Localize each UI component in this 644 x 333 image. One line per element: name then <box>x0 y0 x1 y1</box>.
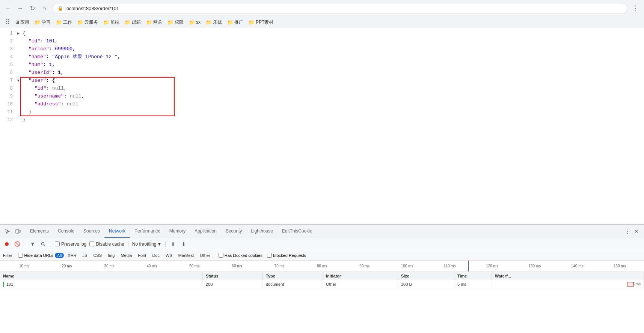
filter-chip-doc[interactable]: Doc <box>150 253 162 258</box>
tab-editthiscookie[interactable]: EditThisCookie <box>278 225 317 238</box>
filter-chip-img[interactable]: Img <box>106 253 117 258</box>
import-har-button[interactable]: ⬆ <box>169 240 177 248</box>
forward-button[interactable]: → <box>15 3 26 14</box>
has-blocked-cookies-checkbox[interactable]: Has blocked cookies <box>219 253 262 258</box>
tick-70ms: 70 ms <box>258 264 301 268</box>
bookmark-frontend[interactable]: 📁 前端 <box>101 18 122 26</box>
clear-button[interactable]: 🚫 <box>14 240 21 248</box>
bookmark-promotion[interactable]: 📁 推广 <box>225 18 246 26</box>
th-waterfall[interactable]: Waterf... <box>492 272 644 280</box>
th-time[interactable]: Time <box>454 272 492 280</box>
filter-button[interactable] <box>29 240 36 248</box>
tick-150ms: 150 ms <box>599 264 641 268</box>
tick-120ms: 120 ms <box>471 264 513 268</box>
filter-chip-js[interactable]: JS <box>80 253 90 258</box>
td-type: document <box>263 280 323 288</box>
filter-chip-ws[interactable]: WS <box>163 253 175 258</box>
tab-lighthouse[interactable]: Lighthouse <box>246 225 278 238</box>
address-bar[interactable]: 🔒 localhost:8088/order/101 <box>53 3 627 14</box>
filter-chip-media[interactable]: Media <box>118 253 134 258</box>
apps-icon[interactable]: ⠿ <box>3 17 12 27</box>
filter-chip-font[interactable]: Font <box>136 253 148 258</box>
more-tabs-btn[interactable]: ⋮ <box>623 227 632 236</box>
tab-console[interactable]: Console <box>53 225 79 238</box>
bookmark-ppt[interactable]: 📁 PPT素材 <box>246 18 276 26</box>
bookmark-work-label: 工作 <box>63 19 72 26</box>
search-button[interactable] <box>39 240 47 248</box>
collapse-arrow[interactable]: ▼ <box>17 77 21 85</box>
json-price: "price": 699900, <box>29 45 75 53</box>
tab-application[interactable]: Application <box>190 225 221 238</box>
bookmark-email[interactable]: 📁 邮箱 <box>122 18 143 26</box>
th-name[interactable]: Name <box>0 272 203 280</box>
line-num: 8 <box>2 85 13 92</box>
filter-chip-xhr[interactable]: XHR <box>65 253 78 258</box>
json-user-id: "id": null, <box>35 85 67 92</box>
filter-chip-css[interactable]: CSS <box>91 253 104 258</box>
th-size[interactable]: Size <box>398 272 454 280</box>
bookmark-apps-label: 应用 <box>20 19 29 26</box>
preserve-log-checkbox[interactable]: Preserve log <box>55 242 86 247</box>
bookmark-apps[interactable]: ⊞ 应用 <box>13 18 32 26</box>
disable-cache-checkbox[interactable]: Disable cache <box>89 242 124 247</box>
separator <box>25 241 25 247</box>
closing-brace: } <box>29 108 32 116</box>
timeline-bar: 10 ms 20 ms 30 ms 40 ms 50 ms 60 ms 70 m… <box>0 261 644 272</box>
cursor-icon-btn[interactable] <box>3 227 12 236</box>
json-line-1: 1 ▶ { <box>0 30 644 38</box>
tab-security[interactable]: Security <box>221 225 246 238</box>
bookmark-permissions-label: 权限 <box>175 19 184 26</box>
lock-icon: 🔒 <box>57 6 63 11</box>
throttle-select[interactable]: No throttling ▼ <box>132 242 162 247</box>
th-status[interactable]: Status <box>203 272 263 280</box>
filter-chip-other[interactable]: Other <box>198 253 213 258</box>
blocked-requests-checkbox[interactable]: Blocked Requests <box>267 253 306 258</box>
tick-80ms: 80 ms <box>301 264 343 268</box>
bookmark-cloud[interactable]: 📁 云服务 <box>75 18 100 26</box>
bookmark-gateway[interactable]: 📁 网关 <box>144 18 164 26</box>
bookmark-sx[interactable]: 📁 sx <box>187 19 203 26</box>
device-icon-btn[interactable] <box>14 227 23 236</box>
filter-bar: Filter Hide data URLs All XHR JS CSS Img… <box>0 250 644 261</box>
json-user-address: "address": null <box>35 100 78 108</box>
filter-chip-manifest[interactable]: Manifest <box>176 253 196 258</box>
line-num: 4 <box>2 53 13 61</box>
hide-data-urls-checkbox[interactable]: Hide data URLs <box>18 253 53 258</box>
th-type[interactable]: Type <box>263 272 323 280</box>
json-content: 1 ▶ { 2 "id": 101, 3 "price": 699900, 4 … <box>0 28 644 224</box>
tab-network[interactable]: Network <box>104 225 130 238</box>
json-user-username: "username": null, <box>35 93 84 100</box>
table-row[interactable]: 101 200 document Other 300 B 5 ms 5 ms <box>0 280 644 288</box>
filter-chip-all[interactable]: All <box>55 253 64 258</box>
record-button[interactable] <box>3 240 11 248</box>
bookmark-study[interactable]: 📁 学习 <box>32 18 53 26</box>
no-arrow <box>17 117 21 124</box>
tab-memory[interactable]: Memory <box>165 225 190 238</box>
td-size: 300 B <box>398 280 454 288</box>
reload-button[interactable]: ↻ <box>27 3 38 14</box>
td-waterfall: 5 ms <box>492 280 644 288</box>
home-button[interactable]: ⌂ <box>39 3 50 14</box>
tab-performance[interactable]: Performance <box>130 225 165 238</box>
svg-point-2 <box>5 242 9 246</box>
expand-arrow[interactable]: ▶ <box>17 30 21 38</box>
waterfall-cell: 5 ms <box>495 282 641 287</box>
back-button[interactable]: ← <box>3 3 14 14</box>
tab-sources[interactable]: Sources <box>79 225 104 238</box>
extensions-button[interactable]: ⋮ <box>630 3 641 14</box>
browser-toolbar: ← → ↻ ⌂ 🔒 localhost:8088/order/101 ⋮ <box>0 0 644 16</box>
line-num: 1 <box>2 30 13 37</box>
json-name: "name": "Apple 苹果 iPhone 12 ", <box>29 53 120 61</box>
tick-10ms: 10 ms <box>3 264 45 268</box>
svg-point-3 <box>42 242 44 245</box>
th-initiator[interactable]: Initiator <box>323 272 398 280</box>
export-har-button[interactable]: ⬇ <box>180 240 187 248</box>
json-line-6: 6 "userId": 1, <box>0 69 644 77</box>
tab-elements[interactable]: Elements <box>26 225 53 238</box>
bookmark-leyou[interactable]: 📁 乐优 <box>204 18 224 26</box>
bookmark-permissions[interactable]: 📁 权限 <box>165 18 186 26</box>
bookmark-work[interactable]: 📁 工作 <box>54 18 74 26</box>
svg-line-4 <box>44 245 45 246</box>
close-devtools-btn[interactable]: ✕ <box>632 227 641 236</box>
line-num: 9 <box>2 93 13 100</box>
